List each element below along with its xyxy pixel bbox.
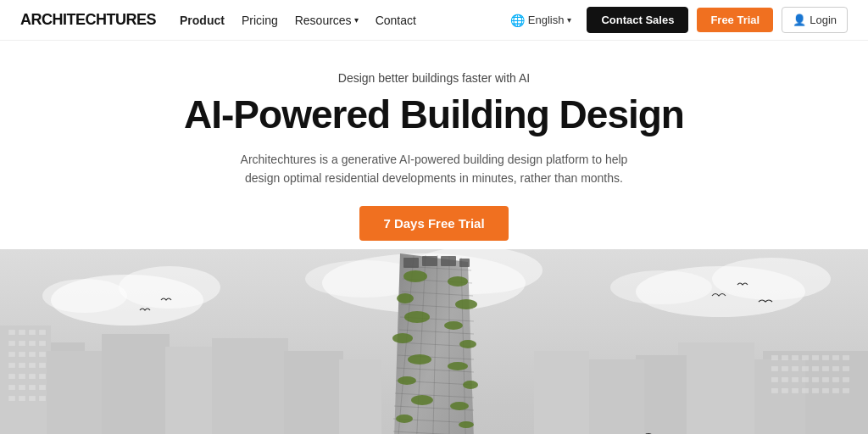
login-label: Login [810, 14, 837, 26]
nav-link-product[interactable]: Product [180, 14, 225, 27]
svg-rect-30 [8, 341, 15, 346]
svg-point-110 [455, 299, 477, 309]
logo: ARCHITECHTURES [20, 11, 156, 29]
svg-point-116 [448, 362, 468, 370]
svg-rect-73 [802, 377, 809, 382]
svg-rect-64 [792, 366, 798, 371]
svg-rect-35 [19, 352, 25, 357]
svg-point-9 [610, 270, 712, 304]
svg-rect-62 [771, 366, 778, 371]
building-scene [0, 249, 868, 434]
svg-rect-82 [812, 388, 819, 393]
svg-rect-48 [29, 385, 36, 390]
svg-rect-55 [782, 355, 788, 360]
svg-point-3 [42, 279, 127, 313]
svg-rect-29 [39, 330, 46, 335]
language-label: English [528, 14, 565, 26]
svg-rect-67 [822, 366, 829, 371]
navbar: ARCHITECHTURES Product Pricing Resources… [0, 0, 868, 41]
svg-rect-18 [284, 351, 343, 434]
svg-point-122 [459, 421, 474, 428]
login-button[interactable]: 👤 Login [782, 7, 848, 33]
svg-point-120 [450, 402, 469, 410]
svg-rect-54 [771, 355, 778, 360]
svg-rect-43 [19, 374, 25, 379]
svg-point-113 [392, 333, 413, 343]
svg-rect-65 [802, 366, 809, 371]
svg-rect-33 [39, 341, 46, 346]
svg-rect-24 [585, 359, 644, 434]
svg-rect-39 [19, 363, 25, 368]
svg-rect-44 [29, 374, 36, 379]
svg-rect-51 [19, 396, 25, 401]
svg-rect-75 [822, 377, 829, 382]
hero-section: Design better buildings faster with AI A… [0, 41, 868, 258]
svg-rect-25 [534, 351, 589, 434]
svg-point-8 [712, 258, 831, 300]
globe-icon: 🌐 [510, 14, 525, 27]
nav-link-contact[interactable]: Contact [376, 14, 416, 27]
svg-point-107 [403, 270, 427, 282]
svg-rect-47 [19, 385, 25, 390]
svg-point-114 [459, 340, 476, 348]
svg-rect-70 [771, 377, 778, 382]
svg-point-121 [396, 415, 413, 423]
svg-rect-19 [339, 359, 381, 434]
svg-rect-63 [782, 366, 788, 371]
svg-point-111 [404, 311, 430, 323]
svg-point-2 [119, 266, 220, 309]
logo-text: ARCHITECHTURES [20, 11, 156, 28]
svg-rect-28 [29, 330, 36, 335]
svg-rect-40 [29, 363, 36, 368]
svg-rect-45 [39, 374, 46, 379]
svg-rect-83 [822, 388, 829, 393]
svg-rect-52 [29, 396, 36, 401]
svg-rect-59 [822, 355, 829, 360]
resources-label: Resources [295, 14, 352, 27]
svg-rect-74 [812, 377, 819, 382]
svg-rect-61 [843, 355, 849, 360]
svg-rect-42 [8, 374, 15, 379]
svg-rect-37 [39, 352, 46, 357]
hero-title: AI-Powered Building Design [17, 93, 851, 136]
contact-sales-button[interactable]: Contact Sales [587, 7, 688, 33]
svg-rect-57 [802, 355, 809, 360]
trial-cta-button[interactable]: 7 Days Free Trial [359, 206, 508, 241]
free-trial-nav-button[interactable]: Free Trial [697, 8, 773, 32]
svg-rect-81 [802, 388, 809, 393]
svg-point-118 [463, 381, 478, 389]
svg-rect-38 [8, 363, 15, 368]
svg-rect-14 [47, 351, 106, 434]
nav-link-resources[interactable]: Resources ▾ [295, 14, 359, 27]
hero-description: Architechtures is a generative AI-powere… [226, 150, 642, 188]
nav-link-pricing[interactable]: Pricing [242, 14, 278, 27]
language-selector[interactable]: 🌐 English ▾ [504, 10, 579, 31]
svg-rect-27 [19, 330, 25, 335]
svg-rect-76 [832, 377, 839, 382]
svg-rect-68 [832, 366, 839, 371]
svg-point-115 [408, 354, 431, 364]
svg-rect-41 [39, 363, 46, 368]
svg-rect-66 [812, 366, 819, 371]
svg-rect-17 [212, 338, 288, 434]
svg-rect-53 [39, 396, 46, 401]
svg-rect-46 [8, 385, 15, 390]
svg-rect-16 [165, 347, 216, 434]
svg-rect-71 [782, 377, 788, 382]
svg-rect-80 [792, 388, 798, 393]
chevron-down-icon: ▾ [354, 15, 359, 25]
svg-rect-32 [29, 341, 36, 346]
svg-rect-85 [843, 388, 849, 393]
svg-rect-58 [812, 355, 819, 360]
svg-rect-34 [8, 352, 15, 357]
svg-rect-26 [8, 330, 15, 335]
svg-rect-56 [792, 355, 798, 360]
svg-rect-31 [19, 341, 25, 346]
architectural-render [0, 249, 868, 434]
svg-point-108 [448, 276, 468, 287]
svg-rect-72 [792, 377, 798, 382]
nav-left: ARCHITECHTURES Product Pricing Resources… [20, 11, 416, 29]
svg-point-112 [444, 321, 463, 330]
svg-rect-36 [29, 352, 36, 357]
svg-point-109 [397, 293, 414, 303]
